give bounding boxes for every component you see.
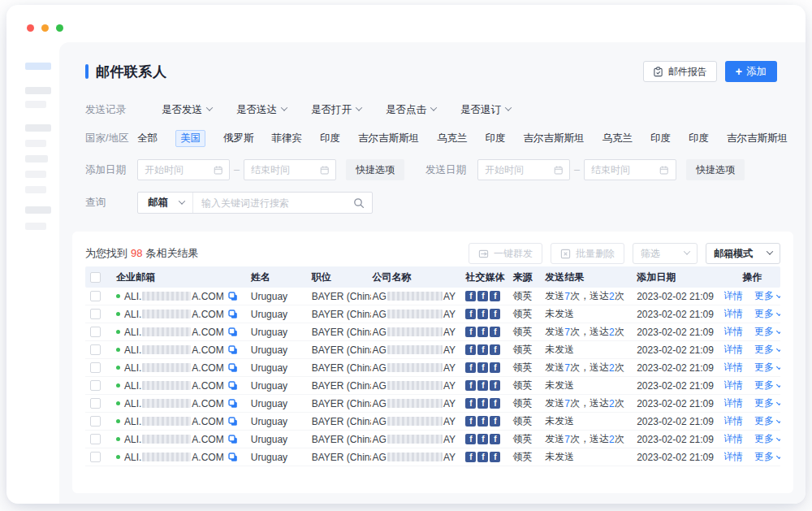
start-time-field[interactable] [145, 164, 214, 175]
country-option[interactable]: 印度 [320, 132, 340, 145]
detail-link[interactable]: 详情 [724, 396, 743, 410]
row-checkbox[interactable] [90, 434, 101, 444]
facebook-icon[interactable]: f [465, 344, 476, 355]
country-option[interactable]: 全部 [137, 132, 158, 145]
country-option[interactable]: 吉尔吉斯斯坦 [524, 132, 585, 145]
row-checkbox[interactable] [90, 380, 101, 391]
country-option[interactable]: 印度 [689, 132, 709, 145]
more-link[interactable]: 更多 [754, 325, 780, 339]
send-date-start-input[interactable] [477, 159, 570, 180]
copy-icon[interactable] [228, 417, 238, 427]
filter-dropdown[interactable]: 是否发送 [162, 103, 212, 117]
facebook-icon[interactable]: f [477, 309, 488, 319]
detail-link[interactable]: 详情 [724, 307, 743, 321]
more-link[interactable]: 更多 [754, 379, 780, 392]
copy-icon[interactable] [228, 345, 238, 355]
row-checkbox[interactable] [90, 416, 101, 427]
detail-link[interactable]: 详情 [724, 414, 743, 428]
row-checkbox[interactable] [90, 452, 101, 462]
detail-link[interactable]: 详情 [724, 343, 743, 357]
add-button[interactable]: + 添加 [725, 61, 777, 82]
bulk-send-button[interactable]: 一键群发 [469, 243, 542, 264]
more-link[interactable]: 更多 [754, 343, 780, 357]
facebook-icon[interactable]: f [465, 452, 476, 462]
end-time-field[interactable] [251, 164, 320, 175]
row-checkbox[interactable] [90, 344, 101, 355]
select-all-checkbox[interactable] [90, 272, 101, 283]
copy-icon[interactable] [228, 310, 238, 319]
facebook-icon[interactable]: f [477, 291, 488, 301]
copy-icon[interactable] [228, 399, 238, 409]
facebook-icon[interactable]: f [477, 344, 488, 355]
filter-select[interactable]: 筛选 [633, 243, 698, 264]
send-date-quick-options-button[interactable]: 快捷选项 [686, 159, 745, 180]
search-input[interactable] [193, 197, 353, 209]
facebook-icon[interactable]: f [490, 291, 500, 301]
filter-dropdown[interactable]: 是否点击 [386, 103, 436, 117]
facebook-icon[interactable]: f [465, 291, 476, 301]
facebook-icon[interactable]: f [465, 416, 476, 427]
more-link[interactable]: 更多 [754, 450, 780, 464]
email-report-button[interactable]: 邮件报告 [643, 61, 717, 82]
country-option[interactable]: 吉尔吉斯斯坦 [358, 132, 419, 145]
facebook-icon[interactable]: f [477, 380, 488, 391]
more-link[interactable]: 更多 [754, 432, 780, 446]
facebook-icon[interactable]: f [477, 416, 488, 427]
more-link[interactable]: 更多 [754, 307, 780, 321]
row-checkbox[interactable] [90, 362, 101, 373]
country-option[interactable]: 乌克兰 [437, 132, 468, 145]
facebook-icon[interactable]: f [477, 362, 488, 373]
filter-dropdown[interactable]: 是否打开 [311, 103, 361, 117]
detail-link[interactable]: 详情 [724, 361, 743, 375]
mode-select[interactable]: 邮箱模式 [706, 243, 780, 264]
add-date-end-input[interactable] [244, 159, 336, 180]
more-link[interactable]: 更多 [754, 289, 780, 303]
detail-link[interactable]: 详情 [724, 450, 743, 464]
search-icon[interactable] [353, 197, 365, 209]
facebook-icon[interactable]: f [477, 327, 488, 337]
detail-link[interactable]: 详情 [724, 325, 743, 339]
facebook-icon[interactable]: f [465, 309, 476, 319]
copy-icon[interactable] [228, 327, 238, 337]
filter-dropdown[interactable]: 是否退订 [460, 103, 511, 117]
copy-icon[interactable] [228, 453, 238, 462]
facebook-icon[interactable]: f [490, 309, 500, 319]
add-date-quick-options-button[interactable]: 快捷选项 [346, 159, 404, 180]
facebook-icon[interactable]: f [490, 327, 500, 337]
facebook-icon[interactable]: f [465, 398, 476, 409]
facebook-icon[interactable]: f [490, 344, 500, 355]
facebook-icon[interactable]: f [490, 398, 500, 409]
add-date-start-input[interactable] [137, 159, 230, 180]
detail-link[interactable]: 详情 [724, 379, 743, 392]
facebook-icon[interactable]: f [465, 380, 476, 391]
country-option[interactable]: 吉尔吉斯斯坦 [727, 132, 788, 145]
more-link[interactable]: 更多 [754, 414, 780, 428]
detail-link[interactable]: 详情 [724, 432, 743, 446]
country-option-selected[interactable]: 美国 [175, 130, 205, 147]
facebook-icon[interactable]: f [490, 416, 500, 427]
country-option[interactable]: 菲律宾 [272, 132, 303, 145]
facebook-icon[interactable]: f [490, 362, 500, 373]
facebook-icon[interactable]: f [490, 452, 500, 462]
end-time-field[interactable] [591, 164, 660, 175]
facebook-icon[interactable]: f [465, 362, 476, 373]
filter-dropdown[interactable]: 是否送达 [236, 103, 287, 117]
copy-icon[interactable] [228, 363, 238, 373]
more-link[interactable]: 更多 [754, 396, 780, 410]
facebook-icon[interactable]: f [490, 380, 500, 391]
row-checkbox[interactable] [90, 327, 101, 337]
copy-icon[interactable] [228, 381, 238, 391]
row-checkbox[interactable] [90, 291, 101, 301]
send-date-end-input[interactable] [584, 159, 676, 180]
facebook-icon[interactable]: f [465, 327, 476, 337]
facebook-icon[interactable]: f [490, 434, 500, 444]
bulk-delete-button[interactable]: 批量删除 [551, 243, 624, 264]
facebook-icon[interactable]: f [477, 434, 488, 444]
copy-icon[interactable] [228, 435, 238, 444]
start-time-field[interactable] [485, 164, 554, 175]
facebook-icon[interactable]: f [465, 434, 476, 444]
query-type-select[interactable]: 邮箱 [138, 193, 193, 213]
facebook-icon[interactable]: f [477, 398, 488, 409]
detail-link[interactable]: 详情 [724, 289, 743, 303]
country-option[interactable]: 乌克兰 [603, 132, 633, 145]
